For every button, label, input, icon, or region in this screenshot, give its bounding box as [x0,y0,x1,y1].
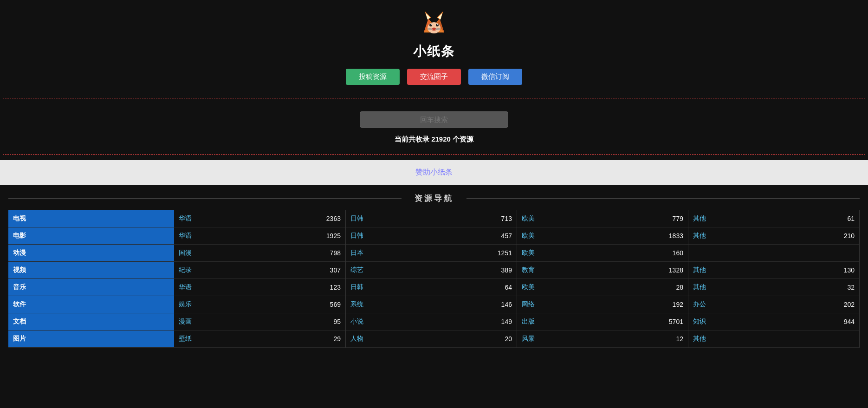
subcategory-cell[interactable]: 欧美 [517,227,613,245]
subcategory-cell[interactable]: 欧美 [517,210,613,227]
count-cell: 457 [442,227,517,245]
category-cell[interactable]: 动漫 [8,245,174,262]
svg-point-12 [432,28,436,30]
fox-icon [419,9,449,39]
table-row: 视频纪录307综艺389教育1328其他130 [8,262,860,279]
subcategory-cell[interactable]: 综艺 [345,262,442,279]
header-buttons: 投稿资源 交流圈子 微信订阅 [346,69,522,85]
count-cell: 389 [442,262,517,279]
subcategory-cell[interactable]: 其他 [688,210,784,227]
sponsor-bar[interactable]: 赞助小纸条 [0,160,868,185]
subcategory-cell[interactable]: 娱乐 [174,296,271,313]
search-input[interactable] [360,111,508,128]
nav-title: 资源导航 [402,193,466,204]
table-row: 文档漫画95小说149出版5701知识944 [8,313,860,330]
svg-point-11 [437,24,438,25]
subcategory-cell[interactable]: 欧美 [517,279,613,296]
count-cell: 713 [442,210,517,227]
count-cell: 61 [784,210,859,227]
subcategory-cell[interactable]: 知识 [688,313,784,330]
subcategory-cell[interactable]: 欧美 [517,245,613,262]
table-row: 音乐华语123日韩64欧美28其他32 [8,279,860,296]
table-row: 电视华语2363日韩713欧美779其他61 [8,210,860,227]
subcategory-cell[interactable]: 出版 [517,313,613,330]
search-hint: 当前共收录 21920 个资源 [395,135,473,144]
category-cell[interactable]: 视频 [8,262,174,279]
category-cell[interactable]: 电影 [8,227,174,245]
site-title: 小纸条 [413,43,455,60]
count-cell: 149 [442,313,517,330]
count-cell: 95 [271,313,345,330]
count-cell: 1328 [613,262,688,279]
table-row: 电影华语1925日韩457欧美1833其他210 [8,227,860,245]
count-cell: 123 [271,279,345,296]
svg-line-14 [428,29,432,30]
subcategory-cell[interactable]: 日本 [345,245,442,262]
count-cell: 2363 [271,210,345,227]
subcategory-cell[interactable]: 其他 [688,279,784,296]
count-cell: 779 [613,210,688,227]
subcategory-cell[interactable]: 系统 [345,296,442,313]
count-cell: 1251 [442,245,517,262]
table-row: 图片壁纸29人物20风景12其他 [8,330,860,348]
subcategory-cell[interactable]: 华语 [174,227,271,245]
count-cell: 130 [784,262,859,279]
svg-line-16 [436,29,440,30]
table-row: 软件娱乐569系统146网络192办公202 [8,296,860,313]
sponsor-label: 赞助小纸条 [415,168,453,176]
count-cell [784,245,859,262]
subcategory-cell[interactable]: 壁纸 [174,330,271,348]
subcategory-cell[interactable]: 日韩 [345,227,442,245]
count-cell: 192 [613,296,688,313]
count-cell: 20 [442,330,517,348]
submit-resource-button[interactable]: 投稿资源 [346,69,400,85]
category-cell[interactable]: 音乐 [8,279,174,296]
subcategory-cell[interactable]: 小说 [345,313,442,330]
count-cell: 798 [271,245,345,262]
subcategory-cell[interactable]: 风景 [517,330,613,348]
subcategory-cell[interactable]: 其他 [688,227,784,245]
nav-divider-right [466,198,860,199]
count-cell: 5701 [613,313,688,330]
subcategory-cell[interactable]: 办公 [688,296,784,313]
subcategory-cell[interactable] [688,245,784,262]
subcategory-cell[interactable]: 日韩 [345,279,442,296]
subcategory-cell[interactable]: 纪录 [174,262,271,279]
category-cell[interactable]: 文档 [8,313,174,330]
nav-section: 资源导航 电视华语2363日韩713欧美779其他61电影华语1925日韩457… [0,193,868,348]
svg-point-10 [431,24,432,25]
count-cell: 569 [271,296,345,313]
subcategory-cell[interactable]: 日韩 [345,210,442,227]
count-cell [784,330,859,348]
count-cell: 12 [613,330,688,348]
wechat-subscribe-button[interactable]: 微信订阅 [468,69,522,85]
category-cell[interactable]: 电视 [8,210,174,227]
subcategory-cell[interactable]: 教育 [517,262,613,279]
community-button[interactable]: 交流圈子 [407,69,461,85]
count-cell: 28 [613,279,688,296]
count-cell: 29 [271,330,345,348]
count-cell: 32 [784,279,859,296]
subcategory-cell[interactable]: 其他 [688,262,784,279]
subcategory-cell[interactable]: 网络 [517,296,613,313]
category-cell[interactable]: 图片 [8,330,174,348]
count-cell: 202 [784,296,859,313]
count-cell: 146 [442,296,517,313]
count-cell: 307 [271,262,345,279]
resource-table: 电视华语2363日韩713欧美779其他61电影华语1925日韩457欧美183… [8,210,860,348]
svg-point-8 [429,24,432,26]
subcategory-cell[interactable]: 其他 [688,330,784,348]
table-row: 动漫国漫798日本1251欧美160 [8,245,860,262]
count-cell: 1833 [613,227,688,245]
subcategory-cell[interactable]: 国漫 [174,245,271,262]
search-section: 当前共收录 21920 个资源 [3,98,865,155]
count-cell: 210 [784,227,859,245]
header: 小纸条 投稿资源 交流圈子 微信订阅 [0,0,868,93]
count-cell: 64 [442,279,517,296]
category-cell[interactable]: 软件 [8,296,174,313]
subcategory-cell[interactable]: 华语 [174,210,271,227]
subcategory-cell[interactable]: 华语 [174,279,271,296]
subcategory-cell[interactable]: 漫画 [174,313,271,330]
subcategory-cell[interactable]: 人物 [345,330,442,348]
nav-divider-left [8,198,402,199]
